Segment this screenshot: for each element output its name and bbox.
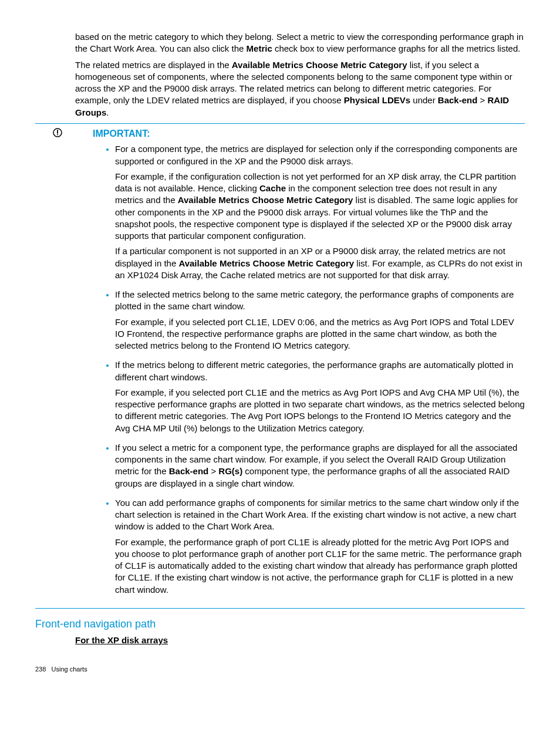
- text: For a component type, the metrics are di…: [115, 144, 517, 166]
- divider-bottom: [35, 608, 525, 609]
- text: If a particular component is not support…: [115, 245, 525, 281]
- bold-backend: Back-end: [438, 95, 478, 105]
- intro-block: based on the metric category to which th…: [75, 31, 525, 119]
- bold-amcmc: Available Metrics Choose Metric Category: [178, 195, 353, 205]
- text: You can add performance graphs of compon…: [115, 498, 519, 532]
- text: The related metrics are displayed in the: [75, 60, 232, 70]
- text: >: [477, 95, 487, 105]
- text: under: [410, 95, 438, 105]
- bold-rgs: RG(s): [218, 466, 242, 476]
- section-subhead-block: For the XP disk arrays: [75, 634, 525, 646]
- section-heading: Front-end navigation path: [35, 617, 525, 631]
- text: For example, if the configuration collec…: [115, 171, 525, 242]
- text: .: [106, 107, 109, 117]
- list-item: You can add performance graphs of compon…: [115, 497, 525, 596]
- text: If the metrics belong to different metri…: [115, 360, 513, 382]
- list-item: If you select a metric for a component t…: [115, 442, 525, 490]
- text: If the selected metrics belong to the sa…: [115, 289, 514, 311]
- bold-metric: Metric: [247, 43, 272, 53]
- page-number: 238: [35, 666, 46, 673]
- important-block: IMPORTANT: For a component type, the met…: [35, 127, 525, 603]
- text: For example, the performance graph of po…: [115, 536, 525, 596]
- divider-top: [35, 123, 525, 124]
- bold-amcmc: Available Metrics Choose Metric Category: [178, 258, 354, 268]
- bold-amcmc: Available Metrics Choose Metric Category: [232, 60, 407, 70]
- list-item: If the selected metrics belong to the sa…: [115, 289, 525, 352]
- text: For example, if you selected port CL1E, …: [115, 316, 525, 352]
- important-list: For a component type, the metrics are di…: [93, 143, 525, 596]
- bold-physical-ldevs: Physical LDEVs: [344, 95, 410, 105]
- text: check box to view performance graphs for…: [272, 43, 521, 53]
- list-item: If the metrics belong to different metri…: [115, 359, 525, 434]
- important-icon: [35, 127, 93, 140]
- section-subhead: For the XP disk arrays: [75, 635, 168, 645]
- bold-cache: Cache: [259, 183, 286, 193]
- footer-title: Using charts: [52, 666, 87, 673]
- text: >: [208, 466, 218, 476]
- svg-point-2: [57, 134, 58, 135]
- list-item: For a component type, the metrics are di…: [115, 143, 525, 281]
- text: For example, if you selected port CL1E a…: [115, 387, 525, 434]
- page-footer: 238 Using charts: [35, 665, 525, 674]
- important-heading: IMPORTANT:: [93, 127, 525, 140]
- intro-p2: The related metrics are displayed in the…: [75, 59, 525, 119]
- intro-p1: based on the metric category to which th…: [75, 31, 525, 55]
- bold-backend: Back-end: [169, 466, 209, 476]
